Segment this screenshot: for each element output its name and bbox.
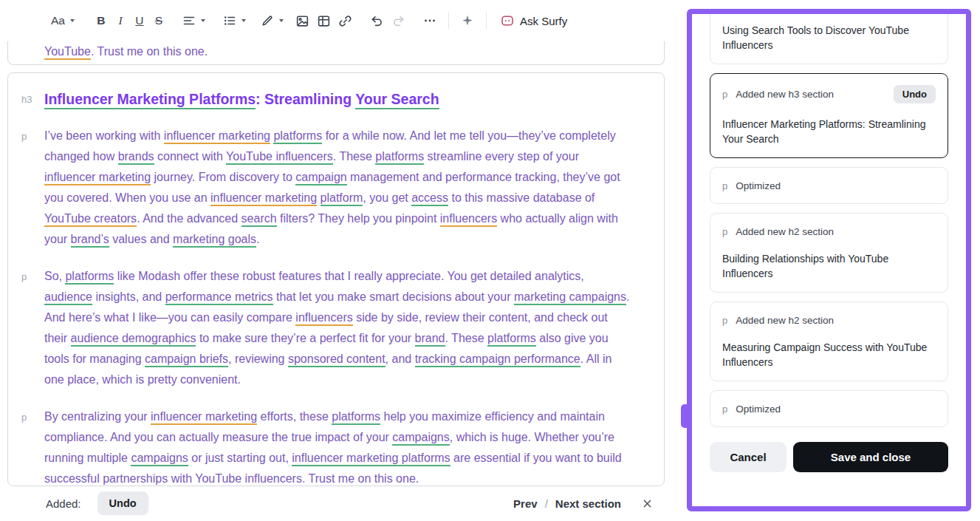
keyword-orange-underline: influencers <box>440 212 497 227</box>
keyword-green-underline: platforms <box>487 332 536 347</box>
change-action-label: Added new h3 section <box>736 89 834 100</box>
text-segment: filters? They help you pinpoint <box>277 212 440 225</box>
cancel-button[interactable]: Cancel <box>710 442 787 472</box>
keyword-green-underline: campaigns <box>392 431 449 446</box>
change-card-optimized[interactable]: p Optimized <box>710 390 948 427</box>
text-segment: or just starting out, <box>188 452 292 464</box>
text-segment: like Modash offer these robust features … <box>114 270 584 282</box>
text-segment: values and <box>109 233 173 245</box>
strikethrough-button[interactable]: S <box>149 10 168 32</box>
keyword-green-underline: campaigns <box>131 452 188 466</box>
undo-added-button[interactable]: Undo <box>97 491 148 515</box>
underline-button[interactable]: U <box>130 10 149 32</box>
change-card-added-h2[interactable]: p Added new h2 section Building Relation… <box>710 213 948 293</box>
undo-button[interactable] <box>366 10 388 32</box>
keyword-green-underline: brands <box>118 150 154 165</box>
keyword-green-underline: marketing goals <box>173 233 256 248</box>
list-dropdown[interactable] <box>219 10 250 32</box>
keyword-green-underline: tracking campaign performance <box>415 353 580 367</box>
change-card-header: p Added new h2 section <box>722 225 936 238</box>
paragraph-text[interactable]: So, platforms like Modash offer these ro… <box>44 266 633 390</box>
text-segment: . These <box>333 150 376 163</box>
text-segment: to this massive database of <box>448 191 594 204</box>
next-section-link[interactable]: Next section <box>555 497 621 510</box>
close-review-button[interactable] <box>639 495 656 512</box>
undo-change-button[interactable]: Undo <box>894 85 936 103</box>
change-card-optimized[interactable]: p Optimized <box>710 167 948 204</box>
paragraph-text[interactable]: I’ve been working with influencer market… <box>44 126 633 250</box>
text-segment: . Trust me on this one. <box>302 472 419 485</box>
table-icon <box>317 14 331 28</box>
text-segment: , you get <box>363 191 411 204</box>
text-segment: I’ve been working with <box>44 129 164 142</box>
change-action-label: Added new h2 section <box>736 226 834 237</box>
keyword-green-underline: performance metrics <box>165 290 273 305</box>
text-segment: : Streamlining <box>256 91 355 107</box>
change-card-added-h3[interactable]: p Added new h3 section Undo Influencer M… <box>710 73 948 158</box>
ai-sparkle-button[interactable] <box>457 10 478 32</box>
keyword-orange-underline: influencers <box>295 311 352 326</box>
keyword-green-underline: campaign <box>295 171 346 185</box>
redo-button[interactable] <box>388 10 409 32</box>
more-options-button[interactable] <box>419 10 440 32</box>
text-segment: insights, and <box>92 290 165 303</box>
block-tag-label: p <box>21 126 44 142</box>
pen-icon <box>261 14 274 27</box>
chevron-down-icon <box>70 19 75 22</box>
keyword-orange-underline: influencer marketing <box>151 410 257 425</box>
sparkle-icon <box>461 14 474 27</box>
block-tag-label: p <box>21 266 44 282</box>
italic-button[interactable]: I <box>111 10 130 32</box>
prev-section-link[interactable]: Prev <box>513 497 538 510</box>
keyword-green-underline: access <box>411 191 448 206</box>
text-segment: . Trust me on this one. <box>91 45 208 58</box>
editor-toolbar: Aa B I U S <box>0 0 672 41</box>
text-segment: connect with <box>154 150 227 163</box>
keyword-orange-underline: YouTube <box>44 45 91 60</box>
change-card-text: Using Search Tools to Discover YouTube I… <box>722 23 936 52</box>
change-card-header: p Added new h3 section Undo <box>722 85 936 103</box>
align-dropdown[interactable] <box>179 10 209 32</box>
panel-actions: Cancel Save and close <box>710 442 948 472</box>
active-section[interactable]: h3 Influencer Marketing Platforms: Strea… <box>7 72 665 486</box>
change-card-previous[interactable]: Using Search Tools to Discover YouTube I… <box>710 14 948 64</box>
text-segment: to make sure they’re a perfect fit for y… <box>196 332 414 344</box>
insert-link-button[interactable] <box>335 10 356 32</box>
keyword-green-underline: audience <box>44 290 92 305</box>
surfy-icon <box>501 14 514 27</box>
paragraph-block: p By centralizing your influencer market… <box>8 406 664 486</box>
section-heading[interactable]: Influencer Marketing Platforms: Streamli… <box>44 89 633 109</box>
text-segment: . These <box>445 332 488 344</box>
ask-surfy-button[interactable]: Ask Surfy <box>495 9 573 33</box>
text-style-dropdown[interactable]: Aa <box>47 10 78 32</box>
keyword-green-underline: campaign briefs <box>145 353 228 367</box>
change-card-header: p Optimized <box>722 402 936 415</box>
ask-surfy-label: Ask Surfy <box>520 15 567 27</box>
insert-image-button[interactable] <box>292 10 313 32</box>
text-segment: , and <box>386 353 415 365</box>
paragraph-block: p I’ve been working with influencer mark… <box>8 126 664 250</box>
keyword-green-underline: YouTube influencers <box>226 150 333 165</box>
chevron-down-icon <box>201 19 205 22</box>
heading-block: h3 Influencer Marketing Platforms: Strea… <box>8 89 664 109</box>
block-type-label: p <box>722 315 727 326</box>
bold-button[interactable]: B <box>92 10 111 32</box>
keyword-green-underline: platform <box>321 191 363 206</box>
change-action-label: Added new h2 section <box>736 315 834 326</box>
block-type-label: p <box>722 89 727 100</box>
change-card-added-h2[interactable]: p Added new h2 section Measuring Campaig… <box>710 302 948 381</box>
previous-section-tail[interactable]: YouTube. Trust me on this one. <box>7 41 665 65</box>
save-and-close-button[interactable]: Save and close <box>793 442 948 472</box>
highlight-pen-dropdown[interactable] <box>257 10 287 32</box>
close-icon <box>642 498 653 509</box>
insert-table-button[interactable] <box>313 10 335 32</box>
paragraph-text[interactable]: By centralizing your influencer marketin… <box>44 406 633 486</box>
change-card-header: p Added new h2 section <box>722 313 936 327</box>
keyword-green-underline: platforms <box>375 150 424 165</box>
keyword-green-underline: platforms <box>65 270 114 285</box>
change-card-header: p Optimized <box>722 179 936 192</box>
keyword-orange-underline: influencer marketing <box>44 171 151 185</box>
keyword-green-underline: Your Search <box>355 91 439 109</box>
text-segment: So, <box>44 270 65 282</box>
redo-icon <box>391 14 405 28</box>
